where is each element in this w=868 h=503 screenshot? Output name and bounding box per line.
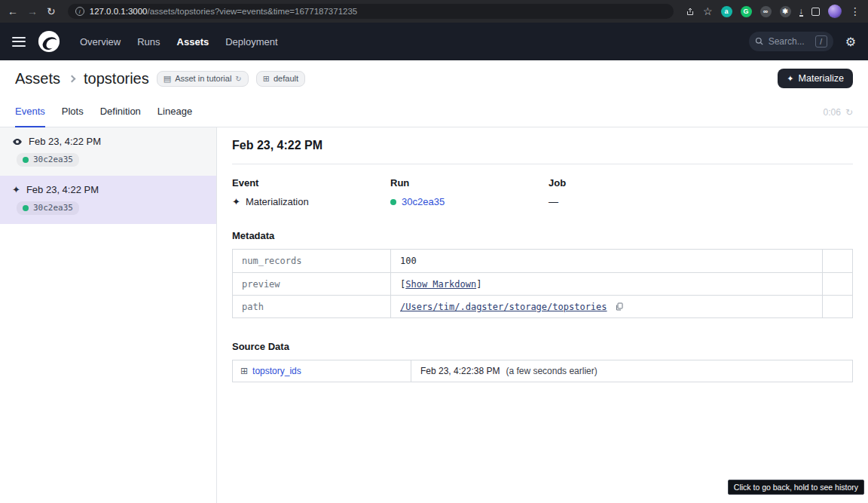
run-column-label: Run — [390, 177, 549, 189]
materialize-button-label: Materialize — [799, 73, 844, 84]
run-status-dot — [23, 205, 29, 211]
url-text: 127.0.0.1:3000/assets/topstories?view=ev… — [90, 7, 358, 16]
site-info-icon[interactable]: i — [75, 7, 84, 16]
materialize-sparkle-icon: ✦ — [787, 74, 793, 84]
browser-toolbar: ← → ↻ i 127.0.0.1:3000/assets/topstories… — [0, 0, 868, 23]
breadcrumb-assets-link[interactable]: Assets — [15, 70, 60, 87]
tab-definition[interactable]: Definition — [100, 106, 141, 127]
dagster-logo[interactable] — [38, 30, 60, 53]
table-row-end-cell — [822, 250, 852, 272]
nav-item-assets[interactable]: Assets — [177, 36, 209, 48]
table-row: ⊞ topstory_ids Feb 23, 4:22:38 PM (a few… — [233, 360, 852, 382]
metadata-section: Metadata num_records 100 preview [Show M… — [232, 230, 853, 318]
event-summary-columns: Event ✦ Materialization Run 30c2ea35 Job… — [232, 177, 853, 207]
event-run-id: 30c2ea35 — [33, 203, 73, 213]
run-id-link[interactable]: 30c2ea35 — [402, 196, 445, 207]
tab-switcher-icon[interactable] — [811, 8, 820, 16]
forward-icon[interactable]: → — [27, 6, 38, 17]
tab-lineage[interactable]: Lineage — [157, 106, 192, 127]
table-row: preview [Show Markdown] — [233, 272, 852, 295]
job-column: Job — — [549, 177, 707, 207]
pinwheel-extension-icon[interactable]: ✱ — [780, 6, 791, 17]
event-column-label: Event — [232, 177, 390, 189]
browser-actions: ☆ a G ∞ ✱ ↓ ⋮ — [686, 5, 860, 18]
event-timestamp: Feb 23, 4:22 PM — [29, 136, 101, 147]
metadata-key: preview — [233, 273, 391, 295]
event-run-tag: 30c2ea35 — [17, 201, 79, 215]
metadata-value: 100 — [400, 256, 417, 266]
source-event-time: Feb 23, 4:22:38 PM — [420, 366, 500, 376]
app-navbar: Overview Runs Assets Deployment Search..… — [0, 23, 868, 60]
source-data-heading: Source Data — [232, 341, 853, 352]
metadata-key: num_records — [233, 250, 391, 272]
address-bar[interactable]: i 127.0.0.1:3000/assets/topstories?view=… — [68, 4, 674, 19]
document-icon: ▤ — [164, 74, 171, 84]
source-event-note: (a few seconds earlier) — [506, 366, 597, 376]
infinity-extension-icon[interactable]: ∞ — [760, 6, 772, 17]
tag-refresh-icon[interactable]: ↻ — [235, 75, 241, 83]
event-column: Event ✦ Materialization — [232, 177, 390, 207]
event-timestamp: Feb 23, 4:22 PM — [26, 184, 99, 195]
breadcrumb-current-asset: topstories — [84, 70, 149, 87]
table-row: num_records 100 — [233, 250, 852, 272]
search-placeholder: Search... — [769, 36, 805, 47]
asset-header: Assets topstories ▤ Asset in tutorial ↻ … — [0, 60, 868, 97]
extension-a-icon[interactable]: a — [721, 6, 732, 17]
refresh-timer: 0:06 ↻ — [824, 107, 853, 127]
reload-icon[interactable]: ↻ — [47, 6, 56, 17]
grid-icon: ⊞ — [263, 74, 270, 84]
event-list-sidebar: Feb 23, 4:22 PM 30c2ea35 ✦ Feb 23, 4:22 … — [0, 127, 217, 503]
asset-group-tag[interactable]: ▤ Asset in tutorial ↻ — [157, 71, 249, 87]
metadata-table: num_records 100 preview [Show Markdown] … — [232, 249, 853, 318]
nav-item-runs[interactable]: Runs — [137, 36, 160, 48]
back-icon[interactable]: ← — [8, 6, 18, 17]
tab-plots[interactable]: Plots — [62, 106, 84, 127]
profile-avatar[interactable] — [828, 5, 842, 18]
repo-default-tag[interactable]: ⊞ default — [256, 71, 305, 87]
breadcrumb-chevron-icon — [69, 75, 76, 82]
materialization-sparkle-icon: ✦ — [232, 196, 240, 207]
event-run-tag: 30c2ea35 — [17, 153, 79, 167]
nav-item-overview[interactable]: Overview — [80, 36, 121, 48]
settings-gear-icon[interactable]: ⚙ — [845, 35, 856, 49]
show-markdown-link[interactable]: Show Markdown — [405, 279, 476, 290]
run-status-dot — [23, 157, 29, 163]
grammarly-icon[interactable]: G — [741, 6, 752, 17]
bookmark-star-icon[interactable]: ☆ — [703, 6, 713, 17]
url-path: /assets/topstories?view=events&time=1677… — [147, 7, 357, 16]
search-input[interactable]: Search... / — [749, 32, 833, 51]
run-status-dot — [390, 199, 396, 205]
copy-icon[interactable] — [615, 302, 624, 311]
browser-menu-icon[interactable]: ⋮ — [850, 6, 860, 17]
bracket-close: ] — [476, 279, 481, 290]
source-data-table: ⊞ topstory_ids Feb 23, 4:22:38 PM (a few… — [232, 360, 853, 382]
nav-item-deployment[interactable]: Deployment — [225, 36, 277, 48]
path-link[interactable]: /Users/tim/.dagster/storage/topstories — [400, 302, 607, 312]
event-list-item[interactable]: Feb 23, 4:22 PM 30c2ea35 — [0, 127, 216, 176]
event-list-item[interactable]: ✦ Feb 23, 4:22 PM 30c2ea35 — [0, 176, 216, 224]
source-data-section: Source Data ⊞ topstory_ids Feb 23, 4:22:… — [232, 341, 853, 382]
search-icon — [755, 37, 764, 46]
refresh-icon[interactable]: ↻ — [845, 107, 853, 118]
source-asset-link[interactable]: topstory_ids — [252, 366, 301, 376]
repo-default-tag-label: default — [274, 74, 298, 83]
refresh-timer-value: 0:06 — [824, 107, 841, 118]
downloads-icon[interactable]: ↓ — [799, 7, 804, 17]
event-detail-panel: Feb 23, 4:22 PM Event ✦ Materialization … — [217, 127, 868, 503]
metadata-key: path — [233, 296, 391, 317]
run-column: Run 30c2ea35 — [390, 177, 549, 207]
tab-events[interactable]: Events — [15, 106, 45, 127]
url-host: 127.0.0.1:3000 — [90, 7, 148, 16]
share-icon[interactable] — [686, 7, 695, 17]
search-shortcut-key: / — [815, 35, 827, 48]
table-row-end-cell — [822, 296, 852, 317]
materialize-button[interactable]: ✦ Materialize — [778, 69, 853, 88]
event-run-id: 30c2ea35 — [33, 155, 73, 164]
materialization-sparkle-icon: ✦ — [12, 184, 20, 195]
job-value: — — [549, 196, 558, 207]
asset-tabs: Events Plots Definition Lineage 0:06 ↻ — [0, 97, 868, 127]
nav-links: Overview Runs Assets Deployment — [80, 36, 278, 48]
observation-eye-icon — [12, 136, 23, 147]
job-column-label: Job — [549, 177, 707, 189]
hamburger-menu-icon[interactable] — [12, 37, 26, 47]
